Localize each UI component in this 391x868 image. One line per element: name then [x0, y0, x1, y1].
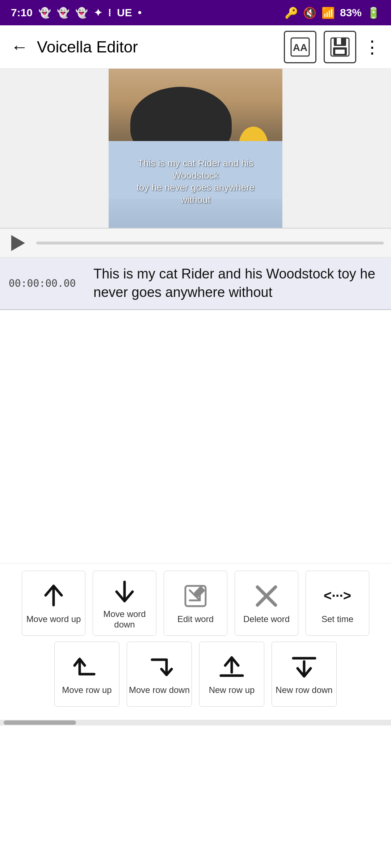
status-time: 7:10: [11, 7, 33, 19]
video-overlay-text: This is my cat Rider and hisWoodstocktoy…: [109, 157, 282, 206]
top-bar: ← Voicella Editor AA ⋮: [0, 25, 391, 69]
battery-icon: 🔋: [367, 7, 380, 19]
move-row-up-icon: [72, 652, 101, 681]
set-time-label: Set time: [321, 614, 353, 625]
subtitle-text: This is my cat Rider and his Woodstock t…: [93, 265, 382, 302]
mute-icon: 🔇: [303, 7, 316, 19]
horizontal-scrollbar[interactable]: [0, 720, 391, 726]
scroll-thumb[interactable]: [4, 720, 76, 725]
new-row-up-button[interactable]: New row up: [199, 642, 264, 707]
content-area: [0, 310, 391, 563]
move-word-up-button[interactable]: Move word up: [22, 571, 85, 636]
top-icons: AA ⋮: [284, 31, 380, 63]
signal-icon: 📶: [321, 7, 335, 19]
snapchat-icon2: 👻: [57, 7, 70, 19]
new-row-up-label: New row up: [209, 685, 255, 695]
play-button[interactable]: [7, 232, 29, 254]
save-icon: [330, 37, 350, 57]
delete-word-button[interactable]: Delete word: [235, 571, 298, 636]
move-word-up-label: Move word up: [26, 614, 81, 625]
more-options-button[interactable]: ⋮: [363, 37, 380, 57]
snapchat-icon1: 👻: [38, 7, 51, 19]
move-row-up-label: Move row up: [62, 685, 112, 695]
delete-word-icon: [252, 582, 281, 610]
subtitle-timestamp: 00:00:00.00: [9, 277, 85, 289]
move-row-up-button[interactable]: Move row up: [54, 642, 119, 707]
status-left: 7:10 👻 👻 👻 ✦ ⁞ UE •: [11, 7, 142, 19]
status-right: 🔑 🔇 📶 83% 🔋: [285, 7, 380, 19]
audio-player: [0, 229, 391, 258]
play-triangle-icon: [11, 235, 25, 251]
move-row-down-button[interactable]: Move row down: [127, 642, 192, 707]
video-preview: This is my cat Rider and hisWoodstocktoy…: [109, 69, 282, 228]
move-row-down-label: Move row down: [129, 685, 190, 695]
move-word-down-button[interactable]: Move word down: [93, 571, 156, 636]
subtitle-row: 00:00:00.00 This is my cat Rider and his…: [0, 258, 391, 310]
edit-word-label: Edit word: [177, 614, 214, 625]
edit-word-icon: [181, 582, 210, 610]
new-row-down-button[interactable]: New row down: [272, 642, 337, 707]
edit-word-button[interactable]: Edit word: [164, 571, 227, 636]
font-settings-button[interactable]: AA: [284, 31, 316, 63]
grid-icon: ⁞: [108, 7, 111, 19]
new-row-down-icon: [290, 652, 319, 681]
svg-text:<···>: <···>: [324, 588, 351, 603]
network-label: UE: [117, 7, 132, 19]
new-row-down-label: New row down: [276, 685, 332, 695]
toolbar-row-1: Move word up Move word down Edit word: [22, 571, 369, 636]
audio-progress-bar[interactable]: [36, 242, 384, 244]
bottom-toolbar: Move word up Move word down Edit word: [0, 563, 391, 720]
set-time-icon: <···>: [323, 582, 352, 610]
battery-text: 83%: [340, 7, 362, 19]
new-row-up-icon: [217, 652, 246, 681]
move-word-down-icon: [110, 576, 139, 605]
set-time-button[interactable]: <···> Set time: [306, 571, 369, 636]
font-icon: AA: [290, 37, 310, 57]
delete-word-label: Delete word: [243, 614, 290, 625]
toolbar-row-2: Move row up Move row down New row up: [22, 642, 369, 707]
svg-rect-6: [335, 50, 345, 54]
move-word-up-icon: [39, 582, 68, 610]
snapchat-icon3: 👻: [75, 7, 88, 19]
page-title: Voicella Editor: [37, 38, 284, 56]
save-button[interactable]: [324, 31, 356, 63]
video-container: This is my cat Rider and hisWoodstocktoy…: [0, 69, 391, 228]
svg-text:AA: AA: [293, 42, 307, 53]
slack-icon: ✦: [94, 7, 102, 19]
move-row-down-icon: [145, 652, 174, 681]
dot-indicator: •: [138, 7, 142, 19]
svg-rect-4: [337, 38, 341, 44]
back-button[interactable]: ←: [11, 37, 28, 57]
move-word-down-label: Move word down: [93, 609, 156, 630]
status-bar: 7:10 👻 👻 👻 ✦ ⁞ UE • 🔑 🔇 📶 83% 🔋: [0, 0, 391, 25]
key-icon: 🔑: [285, 7, 298, 19]
